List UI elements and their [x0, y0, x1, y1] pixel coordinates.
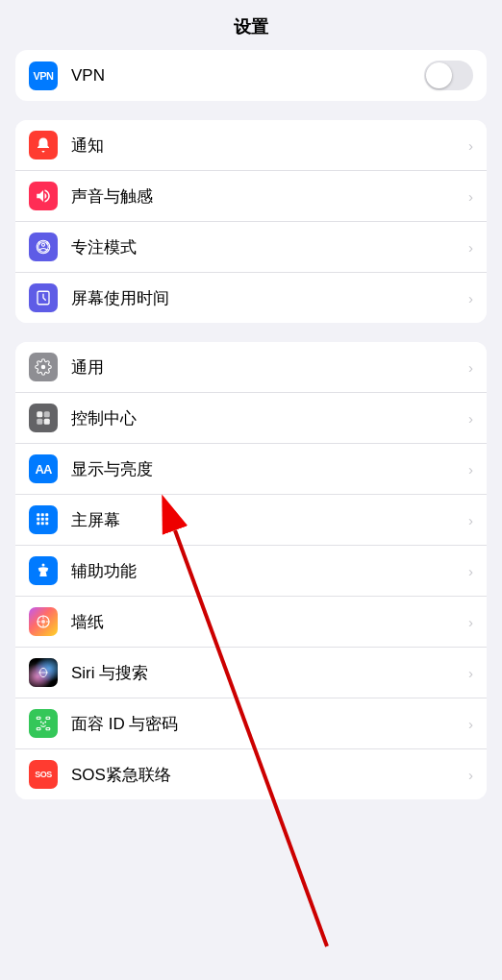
general-label: 通用: [71, 356, 463, 379]
notifications-chevron: ›: [468, 137, 473, 154]
svg-rect-13: [45, 522, 48, 525]
wallpaper-icon: [29, 607, 58, 636]
svg-point-22: [40, 722, 42, 723]
display-chevron: ›: [468, 461, 473, 478]
focus-label: 专注模式: [71, 236, 463, 258]
svg-rect-20: [37, 728, 40, 730]
svg-point-16: [41, 620, 45, 624]
notifications-item[interactable]: 通知 ›: [15, 120, 487, 171]
svg-point-23: [44, 722, 46, 723]
accessibility-label: 辅助功能: [71, 560, 463, 582]
general-section: 通用 › 控制中心 › AA 显示与亮度 ›: [15, 342, 487, 799]
vpn-toggle-knob: [426, 62, 452, 88]
svg-point-14: [42, 564, 45, 567]
sos-icon: SOS: [29, 760, 58, 789]
faceid-icon: [29, 709, 58, 738]
control-center-item[interactable]: 控制中心 ›: [15, 393, 487, 444]
faceid-chevron: ›: [468, 716, 473, 732]
siri-item[interactable]: Siri 与搜索 ›: [15, 648, 487, 698]
display-item[interactable]: AA 显示与亮度 ›: [15, 444, 487, 495]
vpn-section: VPN VPN: [15, 50, 487, 101]
accessibility-item[interactable]: 辅助功能 ›: [15, 546, 487, 597]
display-label: 显示与亮度: [71, 458, 463, 480]
control-center-chevron: ›: [468, 410, 473, 427]
sos-item[interactable]: SOS SOS紧急联络 ›: [15, 749, 487, 799]
svg-rect-21: [46, 728, 50, 730]
accessibility-chevron: ›: [468, 563, 473, 579]
svg-rect-8: [37, 518, 39, 521]
focus-icon: [29, 233, 58, 261]
sound-chevron: ›: [468, 188, 473, 205]
svg-rect-18: [37, 717, 40, 719]
wallpaper-chevron: ›: [468, 614, 473, 630]
control-center-label: 控制中心: [71, 407, 463, 429]
sound-item[interactable]: 声音与触感 ›: [15, 171, 487, 222]
vpn-toggle[interactable]: [424, 61, 473, 90]
wallpaper-item[interactable]: 墙纸 ›: [15, 597, 487, 648]
accessibility-icon: [29, 556, 58, 585]
control-center-icon: [29, 404, 58, 432]
page-title: 设置: [0, 0, 502, 50]
svg-rect-1: [37, 411, 42, 417]
homescreen-chevron: ›: [468, 512, 473, 528]
svg-rect-5: [37, 513, 39, 516]
focus-chevron: ›: [468, 239, 473, 256]
homescreen-item[interactable]: 主屏幕 ›: [15, 495, 487, 546]
general-icon: [29, 353, 58, 381]
notifications-label: 通知: [71, 135, 463, 157]
svg-rect-7: [45, 513, 48, 516]
svg-rect-2: [44, 411, 50, 417]
sos-chevron: ›: [468, 767, 473, 783]
display-icon: AA: [29, 454, 58, 483]
wallpaper-label: 墙纸: [71, 611, 463, 633]
display-icon-label: AA: [36, 462, 52, 477]
svg-rect-10: [45, 518, 48, 521]
screen-time-item[interactable]: 屏幕使用时间 ›: [15, 273, 487, 323]
homescreen-label: 主屏幕: [71, 509, 463, 531]
general-chevron: ›: [468, 359, 473, 376]
vpn-label: VPN: [71, 66, 424, 86]
svg-rect-12: [41, 522, 44, 525]
homescreen-icon: [29, 505, 58, 534]
svg-rect-11: [37, 522, 39, 525]
svg-rect-4: [44, 419, 50, 425]
faceid-item[interactable]: 面容 ID 与密码 ›: [15, 698, 487, 749]
svg-rect-19: [46, 717, 50, 719]
focus-item[interactable]: 专注模式 ›: [15, 222, 487, 273]
general-item[interactable]: 通用 ›: [15, 342, 487, 393]
siri-chevron: ›: [468, 665, 473, 681]
sos-label: SOS紧急联络: [71, 764, 463, 786]
screen-time-chevron: ›: [468, 290, 473, 306]
vpn-icon: VPN: [29, 61, 58, 90]
siri-label: Siri 与搜索: [71, 662, 463, 684]
screen-time-icon: [29, 283, 58, 312]
sound-icon: [29, 182, 58, 210]
sos-icon-label: SOS: [35, 770, 52, 779]
sound-label: 声音与触感: [71, 185, 463, 208]
vpn-icon-label: VPN: [33, 70, 53, 82]
siri-icon: [29, 658, 58, 687]
screen-time-label: 屏幕使用时间: [71, 287, 463, 309]
vpn-toggle-wrap: [424, 61, 473, 90]
notifications-icon: [29, 131, 58, 159]
svg-rect-3: [37, 419, 42, 425]
faceid-label: 面容 ID 与密码: [71, 713, 463, 735]
svg-rect-6: [41, 513, 44, 516]
vpn-item[interactable]: VPN VPN: [15, 50, 487, 101]
svg-rect-9: [41, 518, 44, 521]
notification-section: 通知 › 声音与触感 › 专注模式 › 屏幕使用时间 ›: [15, 120, 487, 323]
